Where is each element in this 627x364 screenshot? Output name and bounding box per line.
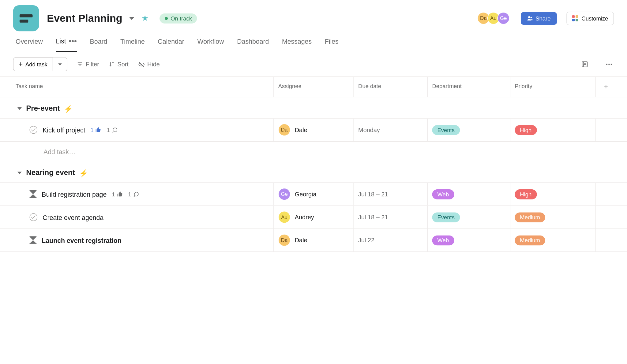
section-title: Nearing event: [26, 169, 75, 177]
view-tabs: OverviewList•••BoardTimelineCalendarWork…: [0, 31, 627, 52]
assignee-cell[interactable]: DaDale: [274, 119, 354, 141]
customize-button[interactable]: Customize: [566, 12, 614, 25]
add-task-dropdown[interactable]: [53, 57, 67, 71]
priority-tag: Medium: [515, 212, 545, 222]
priority-tag: High: [515, 125, 537, 135]
section-header[interactable]: Pre-event⚡: [0, 97, 627, 118]
tab-list[interactable]: List•••: [56, 37, 77, 52]
priority-cell[interactable]: High: [510, 183, 595, 206]
project-icon[interactable]: [13, 5, 39, 31]
status-badge[interactable]: On track: [160, 13, 197, 23]
priority-cell[interactable]: High: [510, 119, 595, 141]
save-layout-icon[interactable]: [581, 60, 589, 68]
due-date-cell[interactable]: Jul 22: [354, 229, 428, 251]
priority-tag: High: [515, 189, 537, 199]
department-tag: Web: [432, 235, 454, 245]
avatar: Da: [278, 124, 291, 136]
project-title[interactable]: Event Planning: [47, 12, 122, 24]
lightning-icon[interactable]: ⚡: [79, 169, 88, 177]
task-row[interactable]: Kick off project1 1 DaDaleMondayEventsHi…: [0, 118, 627, 142]
department-cell[interactable]: Events: [428, 119, 510, 141]
add-task-inline[interactable]: Add task…: [0, 252, 627, 253]
row-end: [595, 119, 616, 141]
avatar: Ge: [278, 188, 291, 200]
svg-rect-2: [582, 62, 587, 67]
more-icon[interactable]: [604, 60, 614, 68]
status-label: On track: [171, 15, 192, 21]
avatar[interactable]: Ge: [497, 12, 509, 24]
filter-button[interactable]: Filter: [77, 61, 99, 68]
assignee-cell[interactable]: GeGeorgia: [274, 183, 354, 206]
tab-board[interactable]: Board: [90, 37, 107, 52]
svg-point-3: [606, 64, 607, 65]
task-name[interactable]: Create event agenda: [43, 214, 103, 221]
assignee-cell[interactable]: DaDale: [274, 229, 354, 251]
column-due-date[interactable]: Due date: [354, 77, 428, 97]
due-date-cell[interactable]: Jul 18 – 21: [354, 183, 428, 206]
priority-cell[interactable]: Medium: [510, 206, 595, 228]
tab-dashboard[interactable]: Dashboard: [237, 37, 269, 52]
department-tag: Events: [432, 125, 460, 135]
task-row[interactable]: Build registration page1 1 GeGeorgiaJul …: [0, 182, 627, 205]
task-name[interactable]: Kick off project: [43, 126, 85, 134]
task-row[interactable]: Launch event registrationDaDaleJul 22Web…: [0, 228, 627, 252]
priority-cell[interactable]: Medium: [510, 229, 595, 251]
department-tag: Web: [432, 189, 454, 199]
assignee-cell[interactable]: AuAudrey: [274, 206, 354, 228]
svg-point-0: [528, 16, 530, 18]
assignee-name: Dale: [295, 126, 307, 133]
tab-files[interactable]: Files: [325, 37, 339, 52]
lightning-icon[interactable]: ⚡: [64, 105, 73, 113]
sort-icon: [109, 61, 115, 67]
grid-icon: [572, 15, 578, 21]
due-date-cell[interactable]: Monday: [354, 119, 428, 141]
task-name[interactable]: Launch event registration: [42, 236, 121, 244]
hide-button[interactable]: Hide: [138, 61, 160, 68]
column-priority[interactable]: Priority: [510, 77, 595, 97]
tab-more-icon[interactable]: •••: [69, 39, 77, 43]
task-name[interactable]: Build registration page: [42, 191, 107, 198]
department-cell[interactable]: Web: [428, 229, 510, 251]
add-task-button[interactable]: + Add task: [13, 57, 53, 71]
comment-count[interactable]: 1: [128, 191, 139, 197]
milestone-icon[interactable]: [30, 190, 37, 198]
caret-down-icon[interactable]: [17, 172, 22, 174]
chevron-down-icon[interactable]: [129, 17, 134, 20]
like-count[interactable]: 1: [112, 191, 123, 197]
tab-calendar[interactable]: Calendar: [158, 37, 184, 52]
add-column-button[interactable]: +: [595, 77, 616, 97]
sort-button[interactable]: Sort: [109, 61, 129, 68]
due-date-cell[interactable]: Jul 18 – 21: [354, 206, 428, 228]
add-task-inline[interactable]: Add task…: [0, 142, 627, 162]
department-cell[interactable]: Events: [428, 206, 510, 228]
share-button[interactable]: Share: [521, 12, 557, 24]
complete-check-icon[interactable]: [30, 126, 38, 134]
status-dot-icon: [165, 17, 168, 20]
column-assignee[interactable]: Assignee: [274, 77, 354, 97]
section-header[interactable]: Nearing event⚡: [0, 162, 627, 182]
table-header: Task name Assignee Due date Department P…: [0, 76, 627, 97]
member-avatars[interactable]: DaAuGe: [479, 12, 509, 24]
task-row[interactable]: Create event agendaAuAudreyJul 18 – 21Ev…: [0, 206, 627, 228]
complete-check-icon[interactable]: [30, 213, 38, 221]
tab-timeline[interactable]: Timeline: [120, 37, 145, 52]
filter-icon: [77, 61, 83, 67]
column-department[interactable]: Department: [428, 77, 510, 97]
caret-down-icon[interactable]: [17, 107, 22, 110]
add-task-label: Add task: [25, 61, 47, 68]
like-count[interactable]: 1: [91, 127, 102, 133]
tab-workflow[interactable]: Workflow: [197, 37, 224, 52]
tab-overview[interactable]: Overview: [16, 37, 43, 52]
comment-count[interactable]: 1: [107, 127, 118, 133]
assignee-name: Georgia: [295, 191, 317, 198]
star-icon[interactable]: ★: [141, 13, 148, 23]
avatar: Au: [278, 211, 291, 223]
column-task-name[interactable]: Task name: [0, 77, 274, 97]
priority-tag: Medium: [515, 235, 545, 245]
department-cell[interactable]: Web: [428, 183, 510, 206]
row-end: [595, 206, 616, 228]
svg-point-1: [530, 17, 532, 18]
row-end: [595, 229, 616, 251]
tab-messages[interactable]: Messages: [282, 37, 312, 52]
milestone-icon[interactable]: [30, 236, 37, 244]
